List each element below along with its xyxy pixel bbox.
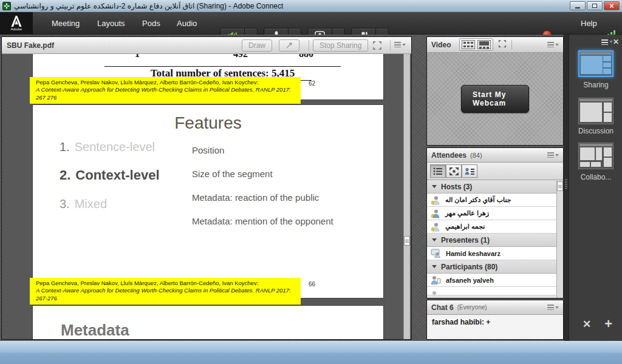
document-view[interactable]: 1 492 880 Total number of sentences: 5,4…	[2, 54, 411, 339]
share-pod-menu-button[interactable]	[394, 42, 406, 47]
layout-sharing-label[interactable]: Sharing	[569, 81, 622, 89]
stop-sharing-button[interactable]: Stop Sharing	[313, 39, 368, 52]
participant-avatar-icon	[431, 275, 441, 285]
slide-title: Metadata	[61, 321, 129, 339]
layout-sharing-thumbnail[interactable]	[578, 50, 613, 77]
attendees-scrollbar[interactable]	[556, 180, 563, 298]
citation-title: A Context-Aware Approach for Detecting W…	[36, 86, 296, 101]
close-button[interactable]: ×	[604, 1, 620, 10]
layout-collaboration-thumbnail[interactable]	[578, 143, 613, 169]
citation-block: Pepa Gencheva, Preslav Nakov, Lluís Màrq…	[30, 278, 301, 305]
video-pod-menu-button[interactable]	[547, 42, 559, 47]
slide-page-number: 62	[309, 80, 315, 87]
layout-discussion-thumbnail[interactable]	[578, 98, 613, 124]
video-pod: Video Start My Webcam	[426, 36, 564, 146]
exit-layout-icon[interactable]: ✕	[583, 318, 591, 331]
video-stage: Start My Webcam	[427, 53, 563, 145]
fullscreen-button[interactable]	[372, 41, 382, 53]
scrollbar-thumb[interactable]	[404, 236, 410, 246]
filmstrip-view-icon[interactable]	[477, 40, 491, 49]
host-avatar-icon	[431, 209, 440, 218]
video-view-buttons	[459, 38, 493, 51]
collapse-icon	[432, 238, 437, 241]
attendees-pod: Attendees (84) Hosts (3)	[426, 147, 564, 298]
toolbar-divider	[511, 40, 512, 50]
start-webcam-button[interactable]: Start My Webcam	[461, 85, 529, 113]
toolbar-divider	[390, 40, 391, 51]
adobe-connect-window-icon	[2, 2, 11, 10]
attendees-pod-menu-button[interactable]	[547, 152, 559, 158]
restore-icon	[592, 4, 597, 8]
pointer-tool-button[interactable]	[279, 39, 299, 52]
table-cell: 492	[233, 54, 248, 59]
chat-pod-menu-button[interactable]	[547, 305, 559, 310]
video-fullscreen-button[interactable]	[498, 39, 507, 50]
scrollbar-thumb[interactable]	[557, 181, 563, 191]
pointer-icon	[285, 42, 293, 49]
attendees-pod-title: Attendees	[431, 151, 466, 160]
pod-menu-icon	[601, 39, 608, 45]
add-layout-icon[interactable]: +	[604, 317, 612, 331]
citation-title: A Context-Aware Approach for Detecting W…	[36, 287, 296, 302]
layout-collaboration-label[interactable]: Collabo...	[569, 173, 622, 181]
menu-audio[interactable]: Audio	[171, 12, 203, 35]
chat-pod-header: Chat 6 (Everyone)	[427, 300, 563, 315]
chat-messages[interactable]: farshad habibi: +	[427, 315, 563, 339]
chat-pod-title: Chat 6	[431, 303, 454, 312]
list-view-icon	[433, 167, 443, 175]
slide-page-number: 66	[309, 281, 315, 288]
menu-pods[interactable]: Pods	[136, 12, 166, 35]
group-presenters[interactable]: Presenters (1)	[427, 234, 563, 247]
taskbar: e EN	[0, 341, 622, 364]
video-pod-header: Video	[427, 37, 563, 53]
layouts-menu-button[interactable]	[601, 39, 613, 45]
attendee-status-view-button[interactable]	[462, 164, 477, 178]
attendee-list-view-button[interactable]	[430, 164, 446, 178]
fullscreen-icon	[498, 39, 507, 48]
attendee-name: نجمه ابراهيمي	[445, 223, 485, 231]
layouts-close-icon[interactable]: ✕	[613, 38, 619, 46]
group-participants[interactable]: Participants (80)	[427, 260, 563, 274]
citation-authors: Pepa Gencheva, Preslav Nakov, Lluís Màrq…	[36, 79, 296, 86]
list-item: 3.Mixed	[60, 197, 107, 211]
adobe-brand-label: Adobe	[11, 27, 22, 31]
attendee-row[interactable]: زهرا عالمي مهر	[427, 207, 563, 220]
attendee-row-clipped[interactable]	[427, 287, 563, 295]
feature-item: Position	[192, 145, 224, 155]
menu-layouts[interactable]: Layouts	[91, 12, 131, 35]
group-hosts[interactable]: Hosts (3)	[427, 180, 563, 194]
slide-page-66: Features 1.Sentence-level 2.Context-leve…	[33, 105, 383, 298]
grid-view-icon[interactable]	[462, 40, 475, 49]
breakout-view-button[interactable]	[446, 164, 462, 178]
attendee-row[interactable]: Hamid keshavarz	[427, 247, 563, 260]
menu-help[interactable]: Help	[575, 12, 603, 35]
share-pod: SBU Fake.pdf Draw Stop Sharing 1 492 880	[1, 36, 412, 340]
close-icon: ×	[609, 2, 613, 10]
attendee-name: جناب آقاي دكتر امان اله	[445, 196, 511, 204]
host-avatar-icon	[431, 195, 440, 205]
pod-menu-icon	[394, 42, 401, 47]
list-item: 2.Context-level	[60, 167, 160, 183]
attendees-toolbar	[427, 163, 563, 180]
layout-discussion-label[interactable]: Discussion	[569, 127, 622, 135]
divider-grip-icon[interactable]	[565, 179, 567, 190]
title-bar: اتاق آنلاين دفاع شماره 2-دانشكده علوم تر…	[0, 0, 622, 12]
citation-block: Pepa Gencheva, Preslav Nakov, Lluís Màrq…	[30, 77, 301, 104]
attendees-list: Hosts (3) جناب آقاي دكتر امان اله زهرا ع…	[427, 180, 563, 298]
restore-button[interactable]	[587, 1, 603, 10]
chat-scope: (Everyone)	[457, 304, 487, 311]
menu-meeting[interactable]: Meeting	[46, 12, 86, 35]
attendee-row[interactable]: afsaneh yalveh	[427, 274, 563, 287]
attendee-row[interactable]: جناب آقاي دكتر امان اله	[427, 194, 563, 207]
table-cell: 880	[299, 54, 313, 59]
draw-button[interactable]: Draw	[242, 39, 272, 52]
minimize-button[interactable]	[570, 1, 586, 10]
attendee-row[interactable]: نجمه ابراهيمي	[427, 220, 563, 234]
document-scrollbar[interactable]	[403, 54, 410, 339]
presenter-avatar-icon	[431, 249, 441, 258]
breakout-icon	[449, 167, 459, 175]
minimize-icon	[575, 7, 580, 8]
host-avatar-icon	[431, 222, 440, 232]
slide-page-next: Metadata	[33, 306, 383, 339]
window-title: اتاق آنلاين دفاع شماره 2-دانشكده علوم تر…	[14, 2, 283, 10]
